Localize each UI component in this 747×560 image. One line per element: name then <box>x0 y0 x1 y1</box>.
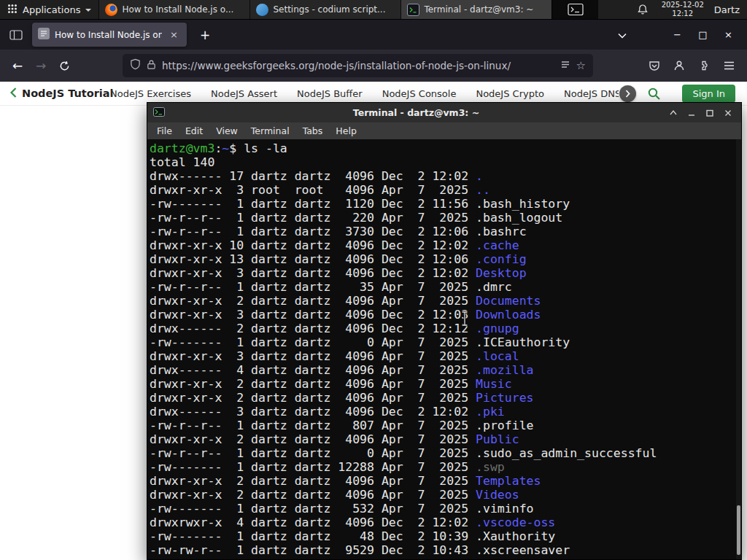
terminal-menu-edit[interactable]: Edit <box>179 125 209 136</box>
codium-icon <box>256 4 268 16</box>
applications-label: Applications <box>23 4 80 15</box>
tray-app-icon[interactable] <box>551 0 598 19</box>
terminal-shade-button[interactable] <box>667 107 679 119</box>
browser-tab-bar: How to Install Node.js on × + − □ × <box>0 20 747 50</box>
terminal-menu-view[interactable]: View <box>209 125 244 136</box>
browser-maximize-button[interactable]: □ <box>690 29 716 40</box>
new-tab-button[interactable]: + <box>194 26 216 44</box>
tray-terminal-icon <box>568 3 584 16</box>
clock-time: 12:12 <box>672 9 693 18</box>
account-icon[interactable] <box>667 54 692 77</box>
reader-mode-icon[interactable] <box>560 59 570 73</box>
chevron-left-icon[interactable] <box>10 88 17 100</box>
sign-in-button[interactable]: Sign In <box>682 85 735 103</box>
chevron-right-button[interactable] <box>619 85 636 102</box>
taskbar-item-label: Terminal - dartz@vm3: ~ <box>424 4 533 15</box>
site-nav-link[interactable]: NodeJS Buffer <box>297 88 363 99</box>
terminal-window: Terminal - dartz@vm3: ~ File Edit View T… <box>147 102 742 560</box>
tab-title: How to Install Node.js on <box>55 30 162 40</box>
site-nav-brand[interactable]: NodeJS Tutorial <box>10 82 114 105</box>
tab-favicon <box>38 28 50 42</box>
text-cursor-pointer <box>460 311 470 330</box>
terminal-title-bar[interactable]: Terminal - dartz@vm3: ~ <box>147 103 741 122</box>
terminal-window-icon <box>153 106 165 120</box>
taskbar-item-label: How to Install Node.js o... <box>122 4 233 15</box>
site-nav-link[interactable]: NodeJS Exercises <box>110 88 191 99</box>
taskbar-item-codium[interactable]: Settings - codium script... <box>249 0 400 19</box>
terminal-menu-file[interactable]: File <box>150 125 179 136</box>
terminal-window-controls <box>667 107 734 119</box>
terminal-output: dartz@vm3:~$ ls -la total 140 drwx------… <box>147 139 741 557</box>
taskbar-item-label: Settings - codium script... <box>273 4 385 15</box>
search-icon[interactable] <box>647 87 661 103</box>
taskbar-item-browser[interactable]: How to Install Node.js o... <box>98 0 249 19</box>
tabbar-controls: − □ × <box>612 25 741 44</box>
browser-minimize-button[interactable]: − <box>665 29 690 40</box>
firefox-icon <box>105 4 117 16</box>
site-nav-link[interactable]: NodeJS Crypto <box>476 88 544 99</box>
panel-spacer <box>598 0 629 19</box>
bookmark-star-icon[interactable]: ☆ <box>576 61 586 71</box>
taskbar-item-terminal[interactable]: Terminal - dartz@vm3: ~ <box>400 0 551 19</box>
lock-icon[interactable] <box>147 59 156 73</box>
caret-down-icon <box>85 9 91 12</box>
url-bar[interactable]: https://www.geeksforgeeks.org/node-js/in… <box>123 54 593 77</box>
pocket-icon[interactable] <box>642 54 667 77</box>
applications-menu-button[interactable]: Applications <box>0 0 98 19</box>
top-panel: Applications How to Install Node.js o...… <box>0 0 747 20</box>
clock[interactable]: 2025-12-02 12:12 <box>656 0 710 19</box>
terminal-scrollbar-track[interactable] <box>736 139 741 559</box>
terminal-body[interactable]: dartz@vm3:~$ ls -la total 140 drwx------… <box>147 139 741 559</box>
firefox-view-icon[interactable] <box>6 26 26 44</box>
site-nav-link[interactable]: NodeJS Assert <box>211 88 277 99</box>
tab-close-icon[interactable]: × <box>167 29 181 40</box>
terminal-scrollbar-thumb[interactable] <box>737 505 740 555</box>
forward-button[interactable]: → <box>29 54 53 77</box>
terminal-title: Terminal - dartz@vm3: ~ <box>165 107 667 118</box>
browser-toolbar: ← → https://www.geeksforgeeks.org/node-j… <box>0 50 747 82</box>
extensions-icon[interactable] <box>692 54 716 77</box>
terminal-icon <box>407 4 419 16</box>
site-nav-link[interactable]: NodeJS Console <box>382 88 457 99</box>
reload-button[interactable] <box>53 54 76 77</box>
terminal-minimize-button[interactable] <box>686 107 697 119</box>
site-nav-brand-label: NodeJS Tutorial <box>22 88 114 99</box>
terminal-menu-tabs[interactable]: Tabs <box>296 125 330 136</box>
url-text[interactable]: https://www.geeksforgeeks.org/node-js/in… <box>162 60 554 71</box>
terminal-menu-terminal[interactable]: Terminal <box>244 125 296 136</box>
clock-date: 2025-12-02 <box>662 1 704 9</box>
tracking-shield-icon[interactable] <box>130 58 141 73</box>
terminal-menu-bar: File Edit View Terminal Tabs Help <box>147 122 741 139</box>
terminal-menu-help[interactable]: Help <box>329 125 363 136</box>
back-button[interactable]: ← <box>6 54 29 77</box>
menu-hamburger-icon[interactable] <box>716 54 741 77</box>
toolbar-right-icons <box>642 54 741 77</box>
user-name: Dartz <box>710 0 747 19</box>
terminal-maximize-button[interactable] <box>704 107 716 119</box>
notification-bell-icon[interactable] <box>630 0 656 19</box>
list-all-tabs-icon[interactable] <box>612 25 632 44</box>
terminal-close-button[interactable] <box>722 107 734 119</box>
site-nav-link[interactable]: NodeJS DNS <box>564 88 619 99</box>
browser-tab[interactable]: How to Install Node.js on × <box>32 23 187 47</box>
browser-close-button[interactable]: × <box>716 29 741 40</box>
applications-grid-icon <box>7 4 18 16</box>
